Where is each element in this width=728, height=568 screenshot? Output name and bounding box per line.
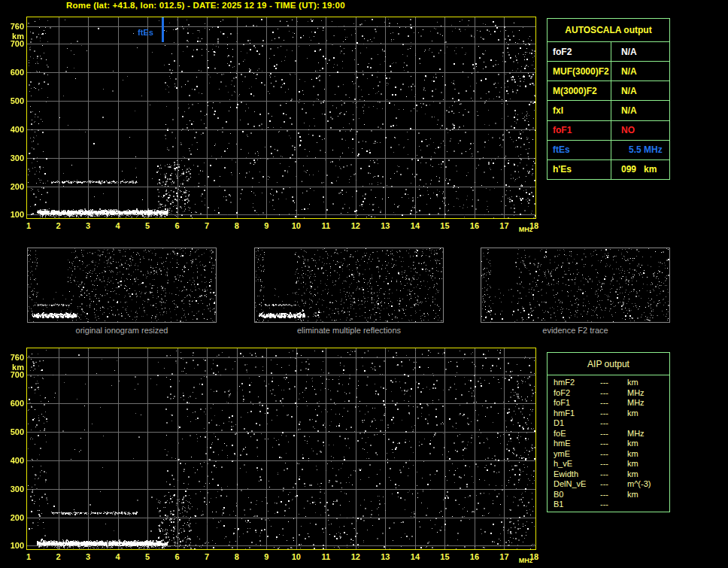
- x-tick-label: 13: [377, 221, 393, 230]
- param-value: N/A: [611, 81, 669, 100]
- x-tick-label: 4: [110, 552, 126, 561]
- y-tick-label: 200: [2, 513, 24, 522]
- x-tick-label: 11: [317, 221, 334, 230]
- aip-row-fof2: foF2---MHz: [554, 388, 669, 399]
- main-ionogram-plot: ftEs: [26, 17, 536, 219]
- x-tick-label: 9: [258, 221, 275, 230]
- param-value: N/A: [611, 42, 669, 61]
- aip-row-fof1: foF1---MHz: [554, 398, 669, 409]
- aip-ionogram-plot: [26, 348, 536, 550]
- x-tick-label: 12: [347, 552, 364, 561]
- param-value: 099 km: [611, 160, 669, 179]
- table-row-hes: h'Es 099 km: [548, 159, 669, 179]
- x-tick-label: 1: [20, 552, 37, 561]
- y-tick-label: 760: [2, 353, 24, 362]
- x-tick-label: 17: [496, 552, 512, 561]
- autoscala-output-table: AUTOSCALA output foF2 N/A MUF(3000)F2 N/…: [547, 18, 670, 180]
- x-axis-unit-label: MHz: [516, 556, 535, 565]
- x-tick-label: 5: [139, 221, 156, 230]
- x-tick-label: 10: [288, 552, 305, 561]
- aip-row-b1: B1---: [554, 500, 669, 510]
- table-row-fxi: fxI N/A: [548, 100, 669, 120]
- x-axis-unit-label: MHz: [516, 225, 535, 234]
- aip-row-yme: ymE---km: [554, 449, 669, 460]
- aip-row-hme: hmE---km: [554, 439, 669, 449]
- y-axis-unit-label: km: [2, 363, 24, 372]
- x-tick-label: 15: [436, 552, 453, 561]
- param-label: foF2: [548, 42, 611, 61]
- x-tick-label: 3: [80, 221, 96, 230]
- autoscala-table-title: AUTOSCALA output: [548, 19, 669, 41]
- param-label: MUF(3000)F2: [548, 62, 611, 80]
- x-tick-label: 7: [199, 221, 215, 230]
- x-tick-label: 1: [20, 221, 37, 230]
- x-tick-label: 12: [347, 221, 364, 230]
- x-tick-label: 9: [258, 552, 275, 561]
- y-tick-label: 600: [2, 68, 24, 77]
- y-tick-label: 100: [2, 210, 24, 219]
- aip-row-hmf1: hmF1---km: [554, 409, 669, 419]
- y-tick-label: 400: [2, 456, 24, 465]
- x-tick-label: 17: [496, 221, 512, 230]
- param-label: fxI: [548, 101, 611, 120]
- thumbnail-caption-eliminate: eliminate multiple reflections: [254, 326, 444, 335]
- thumbnail-canvas-evidence: [481, 248, 669, 322]
- thumbnail-canvas-original: [28, 248, 216, 322]
- x-tick-label: 16: [466, 221, 483, 230]
- autoscala-screen: Rome (lat: +41.8, lon: 012.5) - DATE: 20…: [0, 0, 728, 568]
- aip-row-d1: D1---: [554, 418, 669, 429]
- x-tick-label: 6: [169, 221, 186, 230]
- x-tick-label: 4: [110, 221, 126, 230]
- y-tick-label: 200: [2, 182, 24, 191]
- aip-row-b0: B0---km: [554, 490, 669, 500]
- x-tick-label: 15: [436, 221, 453, 230]
- x-tick-label: 14: [407, 552, 423, 561]
- x-tick-label: 14: [407, 221, 423, 230]
- y-tick-label: 400: [2, 125, 24, 134]
- y-tick-label: 300: [2, 484, 24, 494]
- x-tick-label: 16: [466, 552, 483, 561]
- y-tick-label: 100: [2, 541, 24, 550]
- ftes-marker-label: ftEs: [138, 28, 153, 37]
- main-ionogram-canvas: [27, 17, 535, 218]
- param-value: N/A: [611, 62, 669, 80]
- thumbnail-eliminate-reflections: [254, 248, 444, 323]
- thumbnail-caption-original: original ionogram resized: [27, 326, 217, 335]
- y-tick-label: 600: [2, 399, 24, 408]
- aip-ionogram-canvas: [27, 348, 535, 549]
- aip-row-foe: foE---MHz: [554, 429, 669, 439]
- aip-table-title: AIP output: [548, 353, 669, 375]
- table-row-m3000f2: M(3000)F2 N/A: [548, 80, 669, 100]
- table-row-muf3000f2: MUF(3000)F2 N/A: [548, 61, 669, 80]
- param-value: N/A: [611, 101, 669, 120]
- y-tick-label: 760: [2, 22, 24, 31]
- param-label: M(3000)F2: [548, 81, 611, 100]
- param-label: ftEs: [548, 141, 611, 159]
- x-tick-label: 10: [288, 221, 305, 230]
- aip-row-ewidth: Ewidth---km: [554, 469, 669, 480]
- table-row-ftes: ftEs 5.5 MHz: [548, 140, 669, 159]
- thumbnail-evidence-f2: [481, 248, 670, 323]
- table-row-fof2: foF2 N/A: [548, 41, 669, 61]
- page-title: Rome (lat: +41.8, lon: 012.5) - DATE: 20…: [66, 1, 345, 10]
- ftes-marker-line: [162, 17, 164, 42]
- x-tick-label: 8: [229, 221, 245, 230]
- x-tick-label: 3: [80, 552, 96, 561]
- x-tick-label: 8: [229, 552, 245, 561]
- x-tick-label: 6: [169, 552, 186, 561]
- thumbnail-caption-evidence: evidence F2 trace: [481, 326, 670, 335]
- aip-row-hve: h_vE---km: [554, 459, 669, 469]
- x-tick-label: 13: [377, 552, 393, 561]
- x-tick-label: 7: [199, 552, 215, 561]
- y-tick-label: 500: [2, 427, 24, 436]
- param-label: foF1: [548, 121, 611, 140]
- aip-row-delnve: DelN_vE---m^(-3): [554, 479, 669, 490]
- x-tick-label: 5: [139, 552, 156, 561]
- y-tick-label: 500: [2, 96, 24, 105]
- x-tick-label: 2: [50, 552, 67, 561]
- table-row-fof1: foF1 NO: [548, 120, 669, 140]
- aip-row-hmf2: hmF2---km: [554, 378, 669, 388]
- param-value: 5.5 MHz: [611, 141, 669, 159]
- y-tick-label: 300: [2, 153, 24, 163]
- thumbnail-canvas-eliminate: [255, 248, 443, 322]
